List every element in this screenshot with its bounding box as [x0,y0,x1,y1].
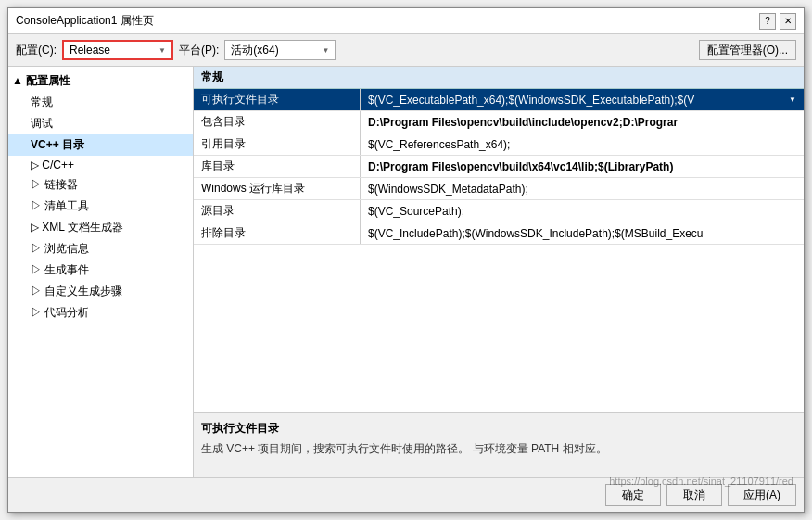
properties-dialog: ConsoleApplication1 属性页 ? ✕ 配置(C): Relea… [7,7,805,513]
description-text: 生成 VC++ 项目期间，搜索可执行文件时使用的路径。 与环境变量 PATH 相… [201,440,796,457]
prop-dropdown-arrow-0[interactable]: ▼ [789,95,796,104]
tree-item-code-analysis-label: ▷ 代码分析 [31,305,89,321]
tree-item-cpp[interactable]: ▷ C/C++ [8,156,193,174]
tree-item-general-label: 常规 [31,95,53,110]
tree-item-vc-dirs-label: VC++ 目录 [31,137,84,153]
prop-value-include-dirs: D:\Program Files\opencv\build\include\op… [361,111,804,133]
title-bar-controls: ? ✕ [759,13,796,30]
prop-value-lib-dirs: D:\Program Files\opencv\build\x64\vc14\l… [361,156,804,177]
cancel-button[interactable]: 取消 [666,484,722,506]
config-label: 配置(C): [16,43,57,58]
right-panel: 常规 可执行文件目录 $(VC_ExecutablePath_x64);$(Wi… [194,67,804,477]
tree-item-build-events-label: ▷ 生成事件 [31,262,89,278]
config-dropdown-arrow: ▼ [159,46,166,55]
config-value: Release [70,44,155,57]
prop-value-ref-dirs: $(VC_ReferencesPath_x64); [361,133,804,155]
toolbar: 配置(C): Release ▼ 平台(P): 活动(x64) ▼ 配置管理器(… [8,34,804,67]
tree-item-general[interactable]: 常规 [8,92,193,113]
prop-row-exclude-dirs[interactable]: 排除目录 $(VC_IncludePath);$(WindowsSDK_Incl… [194,222,804,245]
config-dropdown[interactable]: Release ▼ [62,40,173,60]
properties-table: 可执行文件目录 $(VC_ExecutablePath_x64);$(Windo… [194,89,804,412]
tree-item-clean-tools[interactable]: ▷ 清单工具 [8,196,193,217]
platform-value: 活动(x64) [231,43,318,58]
prop-name-lib-dirs: 库目录 [194,156,361,177]
tree-item-linker-label: ▷ 链接器 [31,177,78,193]
prop-row-lib-dirs[interactable]: 库目录 D:\Program Files\opencv\build\x64\vc… [194,156,804,178]
prop-name-ref-dirs: 引用目录 [194,133,361,155]
help-button[interactable]: ? [759,13,776,30]
tree-item-vc-dirs[interactable]: VC++ 目录 [8,134,193,156]
prop-name-include-dirs: 包含目录 [194,111,361,133]
prop-name-executable-dirs: 可执行文件目录 [194,89,361,110]
prop-name-winrt-dirs: Windows 运行库目录 [194,178,361,199]
description-panel: 可执行文件目录 生成 VC++ 项目期间，搜索可执行文件时使用的路径。 与环境变… [194,412,804,477]
tree-item-cpp-label: ▷ C/C++ [31,159,74,171]
tree-item-custom-steps-label: ▷ 自定义生成步骤 [31,284,122,299]
config-manager-button[interactable]: 配置管理器(O)... [699,40,796,60]
tree-item-code-analysis[interactable]: ▷ 代码分析 [8,302,193,323]
prop-row-ref-dirs[interactable]: 引用目录 $(VC_ReferencesPath_x64); [194,133,804,156]
section-header-text: 常规 [201,70,223,83]
platform-dropdown-arrow: ▼ [322,46,329,55]
main-content: ▲ 配置属性 常规 调试 VC++ 目录 ▷ C/C++ ▷ 链接器 ▷ 清单工… [8,67,804,477]
tree-item-linker[interactable]: ▷ 链接器 [8,174,193,196]
prop-value-executable-dirs: $(VC_ExecutablePath_x64);$(WindowsSDK_Ex… [361,89,804,110]
tree-item-custom-steps[interactable]: ▷ 自定义生成步骤 [8,281,193,302]
apply-button[interactable]: 应用(A) [728,484,796,506]
prop-value-winrt-dirs: $(WindowsSDK_MetadataPath); [361,178,804,199]
dialog-title: ConsoleApplication1 属性页 [16,13,154,29]
platform-label: 平台(P): [179,43,219,58]
prop-value-source-dirs: $(VC_SourcePath); [361,200,804,222]
ok-button[interactable]: 确定 [605,484,661,506]
close-button[interactable]: ✕ [780,13,796,30]
prop-value-exclude-dirs: $(VC_IncludePath);$(WindowsSDK_IncludePa… [361,222,804,244]
tree-item-xml-gen[interactable]: ▷ XML 文档生成器 [8,217,193,238]
prop-row-winrt-dirs[interactable]: Windows 运行库目录 $(WindowsSDK_MetadataPath)… [194,178,804,200]
footer: 确定 取消 应用(A) [8,477,804,512]
title-bar: ConsoleApplication1 属性页 ? ✕ [8,8,804,34]
description-title: 可执行文件目录 [201,421,796,437]
left-panel: ▲ 配置属性 常规 调试 VC++ 目录 ▷ C/C++ ▷ 链接器 ▷ 清单工… [8,67,194,477]
tree-item-clean-tools-label: ▷ 清单工具 [31,198,89,214]
tree-item-debug-label: 调试 [31,116,53,132]
section-header: 常规 [194,67,804,89]
tree-item-browser[interactable]: ▷ 浏览信息 [8,238,193,260]
tree-item-config-props[interactable]: ▲ 配置属性 [8,70,193,92]
tree-item-debug[interactable]: 调试 [8,113,193,134]
prop-name-source-dirs: 源目录 [194,200,361,222]
tree-item-browser-label: ▷ 浏览信息 [31,241,89,257]
prop-row-include-dirs[interactable]: 包含目录 D:\Program Files\opencv\build\inclu… [194,111,804,133]
tree-item-xml-gen-label: ▷ XML 文档生成器 [31,220,123,235]
tree-item-config-props-label: ▲ 配置属性 [12,73,70,89]
tree-item-build-events[interactable]: ▷ 生成事件 [8,260,193,281]
prop-row-source-dirs[interactable]: 源目录 $(VC_SourcePath); [194,200,804,222]
prop-row-executable-dirs[interactable]: 可执行文件目录 $(VC_ExecutablePath_x64);$(Windo… [194,89,804,111]
platform-dropdown[interactable]: 活动(x64) ▼ [224,40,336,60]
prop-name-exclude-dirs: 排除目录 [194,222,361,244]
